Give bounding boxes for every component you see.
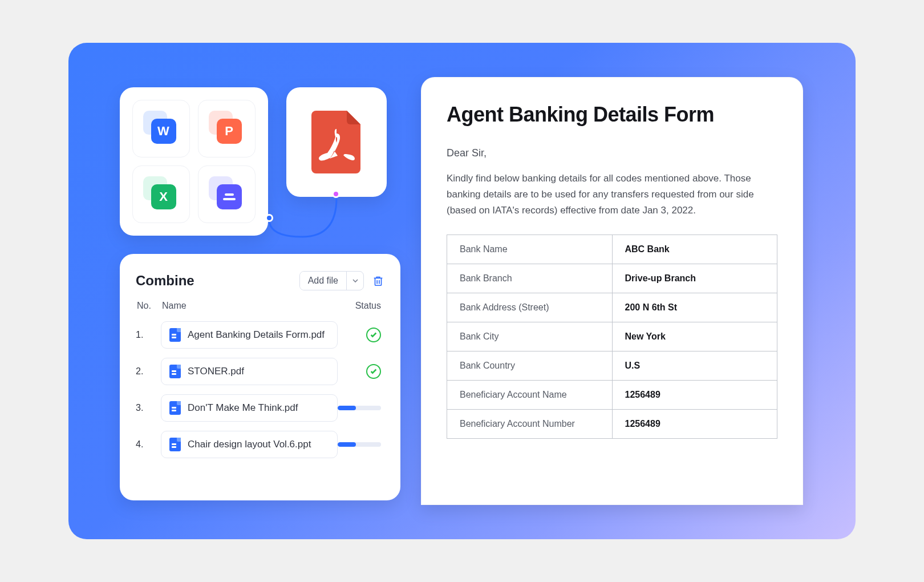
- check-circle-icon: [366, 328, 381, 342]
- table-row: Bank CountryU.S: [447, 351, 777, 381]
- table-row: Bank BranchDrive-up Branch: [447, 264, 777, 293]
- combine-panel: Combine Add file No. Name Sta: [120, 254, 400, 500]
- progress-bar: [338, 442, 381, 447]
- field-value: U.S: [612, 351, 777, 381]
- excel-icon: X: [145, 179, 177, 211]
- table-row: 3.Don'T Make Me Think.pdf: [136, 394, 384, 422]
- doc-title: Agent Banking Details Form: [447, 103, 777, 127]
- field-value: ABC Bank: [612, 235, 777, 264]
- field-label: Bank Country: [447, 351, 613, 381]
- table-row: Bank Address (Street)200 N 6th St: [447, 293, 777, 322]
- delete-icon[interactable]: [372, 274, 384, 287]
- word-icon: W: [145, 113, 177, 145]
- field-value: New York: [612, 322, 777, 351]
- filetypes-card: W P X: [120, 87, 268, 236]
- row-status: [338, 364, 384, 379]
- field-label: Bank Branch: [447, 264, 613, 293]
- filetype-excel-tile[interactable]: X: [132, 165, 190, 223]
- table-row: Beneficiary Account Name1256489: [447, 381, 777, 410]
- pdf-card[interactable]: [286, 87, 387, 197]
- row-status: [338, 328, 384, 342]
- field-label: Beneficiary Account Number: [447, 410, 613, 439]
- doc-salutation: Dear Sir,: [447, 147, 777, 159]
- progress-bar: [338, 406, 381, 410]
- document-preview: Agent Banking Details Form Dear Sir, Kin…: [421, 77, 803, 505]
- file-chip[interactable]: STONER.pdf: [161, 358, 338, 385]
- pdf-icon: [308, 108, 365, 176]
- add-file-button[interactable]: Add file: [299, 271, 364, 290]
- row-status: [338, 406, 384, 410]
- table-row: Bank CityNew York: [447, 322, 777, 351]
- bank-details-table: Bank NameABC BankBank BranchDrive-up Bra…: [447, 235, 777, 439]
- file-name: Chair design layout Vol.6.ppt: [188, 439, 311, 450]
- row-status: [338, 442, 384, 447]
- field-label: Bank Name: [447, 235, 613, 264]
- file-chip[interactable]: Agent Banking Details Form.pdf: [161, 321, 338, 349]
- field-label: Bank City: [447, 322, 613, 351]
- col-status: Status: [340, 301, 381, 311]
- check-circle-icon: [366, 364, 381, 379]
- table-row: 4.Chair design layout Vol.6.ppt: [136, 431, 384, 458]
- file-icon: [169, 401, 181, 415]
- file-name: Agent Banking Details Form.pdf: [188, 329, 325, 341]
- filetype-powerpoint-tile[interactable]: P: [198, 100, 256, 157]
- chevron-down-icon[interactable]: [346, 272, 363, 290]
- field-value: 1256489: [612, 410, 777, 439]
- file-chip[interactable]: Don'T Make Me Think.pdf: [161, 394, 338, 422]
- col-name: Name: [162, 301, 340, 311]
- field-value: 200 N 6th St: [612, 293, 777, 322]
- form-icon: [211, 179, 243, 211]
- field-label: Bank Address (Street): [447, 293, 613, 322]
- col-no: No.: [137, 301, 162, 311]
- file-icon: [169, 365, 181, 378]
- filetype-other-tile[interactable]: [198, 165, 256, 223]
- powerpoint-icon: P: [211, 113, 243, 145]
- row-number: 2.: [136, 366, 161, 377]
- filetype-word-tile[interactable]: W: [132, 100, 190, 157]
- field-value: Drive-up Branch: [612, 264, 777, 293]
- table-row: 1.Agent Banking Details Form.pdf: [136, 321, 384, 349]
- connector-line: [268, 197, 342, 242]
- combine-title: Combine: [136, 273, 194, 289]
- row-number: 1.: [136, 330, 161, 340]
- add-file-label: Add file: [300, 272, 346, 290]
- table-row: 2.STONER.pdf: [136, 358, 384, 385]
- app-canvas: W P X: [68, 43, 856, 539]
- doc-body: Kindly find below banking details for al…: [447, 171, 777, 219]
- row-number: 3.: [136, 403, 161, 413]
- file-chip[interactable]: Chair design layout Vol.6.ppt: [161, 431, 338, 458]
- row-number: 4.: [136, 439, 161, 450]
- file-name: Don'T Make Me Think.pdf: [188, 402, 298, 414]
- combine-table-header: No. Name Status: [136, 301, 384, 311]
- table-row: Bank NameABC Bank: [447, 235, 777, 264]
- field-label: Beneficiary Account Name: [447, 381, 613, 410]
- file-icon: [169, 438, 181, 451]
- file-name: STONER.pdf: [188, 366, 244, 377]
- field-value: 1256489: [612, 381, 777, 410]
- connector-node-start: [265, 214, 273, 222]
- connector-node-end: [332, 190, 340, 198]
- table-row: Beneficiary Account Number1256489: [447, 410, 777, 439]
- file-icon: [169, 328, 181, 342]
